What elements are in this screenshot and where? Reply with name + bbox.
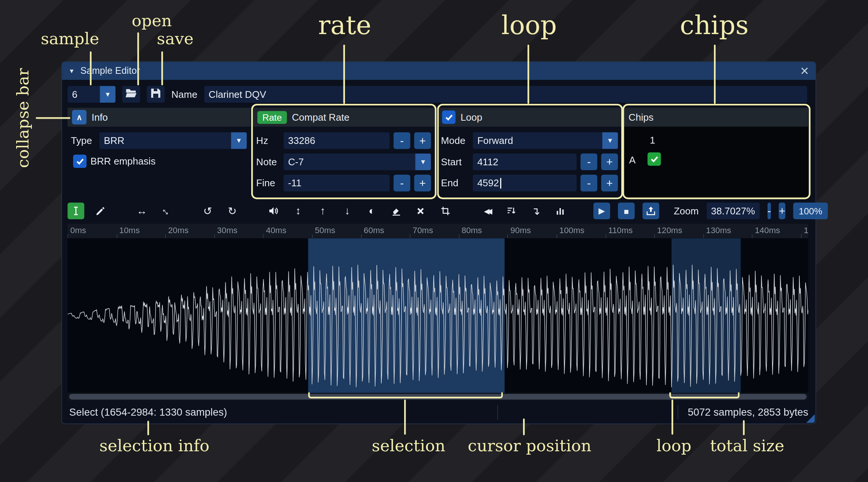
- loop-end-input[interactable]: 4592: [473, 175, 577, 192]
- play-button[interactable]: ▶: [594, 202, 610, 219]
- loop-start-minus-button[interactable]: -: [580, 153, 597, 170]
- annotation-line: [90, 51, 91, 85]
- info-header-bar[interactable]: ∧ Info: [67, 108, 250, 127]
- fine-input[interactable]: -11: [283, 175, 390, 192]
- brr-emphasis-label: BRR emphasis: [90, 156, 156, 167]
- rate-tag[interactable]: Rate: [257, 111, 287, 124]
- ruler-label: 50ms: [315, 225, 336, 235]
- sample-editor-window: ▼ Sample Editor × 6 ▼ Name Clarinet DQV: [61, 61, 816, 424]
- sample-toolbar: ↔ ↔ ↺ ↻ ↕ ↑ ↓ ◐ + ◀◀ ↴: [67, 201, 808, 220]
- delete-button[interactable]: +: [412, 202, 429, 219]
- zoom-input[interactable]: 38.7027%: [706, 202, 759, 219]
- selection-info-text: Select (1654-2984: 1330 samples): [69, 406, 227, 419]
- chips-header: Chips: [628, 111, 654, 123]
- titlebar[interactable]: ▼ Sample Editor ×: [62, 62, 816, 80]
- upload-icon: [645, 205, 657, 217]
- chart-button[interactable]: [552, 202, 569, 219]
- turn-down-button[interactable]: ↴: [528, 202, 544, 219]
- hz-label: Hz: [256, 135, 280, 147]
- silence-button[interactable]: [388, 202, 405, 219]
- zoom-plus-button[interactable]: +: [779, 202, 785, 219]
- ruler-tick: [214, 234, 214, 238]
- annotation-sample: sample: [41, 29, 99, 48]
- zoom-minus-button[interactable]: -: [767, 202, 771, 219]
- annotation-loop-bottom: loop: [657, 436, 691, 455]
- loop-start-plus-button[interactable]: +: [601, 153, 618, 170]
- draw-pencil-button[interactable]: [92, 202, 109, 219]
- fine-label: Fine: [256, 177, 280, 189]
- pencil-icon: [95, 205, 106, 217]
- export-button[interactable]: [643, 202, 660, 219]
- loop-end-plus-button[interactable]: +: [601, 175, 618, 192]
- ruler-tick: [67, 234, 68, 238]
- sample-number-dropdown[interactable]: 6 ▼: [67, 86, 115, 103]
- name-input[interactable]: Clarinet DQV: [204, 86, 807, 103]
- vertical-arrows-icon: ↕: [295, 205, 301, 217]
- loop-end-minus-button[interactable]: -: [580, 175, 597, 192]
- hz-minus-button[interactable]: -: [394, 132, 411, 149]
- loop-start-label: Start: [441, 156, 469, 168]
- ruler-label: 80ms: [462, 225, 482, 235]
- chart-bars-icon: [555, 205, 566, 217]
- loop-mode-dropdown[interactable]: Forward ▼: [473, 132, 618, 149]
- trim-button[interactable]: [437, 202, 454, 219]
- open-button[interactable]: [122, 86, 140, 103]
- close-icon[interactable]: ×: [801, 65, 809, 76]
- top-row: 6 ▼ Name Clarinet DQV: [67, 85, 807, 103]
- annotation-line: [672, 400, 673, 435]
- loop-start-input[interactable]: 4112: [473, 153, 577, 170]
- ruler-tick: [703, 234, 704, 238]
- fine-minus-button[interactable]: -: [394, 175, 411, 192]
- sort-descending-icon: [506, 205, 517, 217]
- annotation-line: [714, 45, 715, 104]
- waveform-view[interactable]: [67, 238, 808, 393]
- annotation-selection-info: selection info: [99, 436, 210, 455]
- chips-row-label: A: [629, 154, 636, 166]
- collapse-bar-button[interactable]: ∧: [72, 110, 87, 124]
- type-label: Type: [71, 135, 96, 147]
- stop-button[interactable]: ■: [618, 202, 635, 219]
- redo-button[interactable]: ↻: [224, 202, 241, 219]
- annotation-rate: rate: [318, 10, 372, 40]
- ruler-label: 100ms: [559, 225, 585, 235]
- undo-button[interactable]: ↺: [199, 202, 216, 219]
- fade-button[interactable]: ↓: [339, 202, 356, 219]
- annotation-line: [137, 32, 139, 85]
- invert-button[interactable]: ◐: [363, 202, 380, 219]
- preview-button[interactable]: [265, 202, 282, 219]
- normalize-button[interactable]: ↑: [314, 202, 331, 219]
- zoom-reset-button[interactable]: 100%: [793, 202, 828, 219]
- loop-checkbox[interactable]: [442, 111, 456, 124]
- amplify-button[interactable]: ↕: [290, 202, 307, 219]
- select-cursor-button[interactable]: [67, 202, 84, 219]
- fine-plus-button[interactable]: +: [414, 175, 431, 192]
- ibeam-cursor-icon: [70, 205, 82, 217]
- half-circle-icon: ◐: [369, 205, 375, 217]
- save-button[interactable]: [147, 86, 165, 103]
- eraser-icon: [391, 205, 402, 217]
- diagonal-arrows-icon: ↔: [158, 203, 174, 219]
- resize-grip[interactable]: [806, 414, 815, 423]
- rewind-button[interactable]: ◀◀: [478, 202, 495, 219]
- ruler-tick: [263, 234, 264, 238]
- info-header: Info: [91, 111, 108, 123]
- hz-input[interactable]: 33286: [283, 132, 390, 149]
- sample-number-value: 6: [67, 88, 100, 100]
- name-value: Clarinet DQV: [208, 88, 266, 100]
- resample-button[interactable]: ↔: [158, 202, 175, 219]
- name-label: Name: [171, 88, 198, 100]
- brr-emphasis-checkbox[interactable]: [73, 154, 87, 168]
- ruler-tick: [312, 234, 312, 238]
- window-collapse-icon[interactable]: ▼: [69, 67, 75, 74]
- type-dropdown[interactable]: BRR ▼: [99, 132, 247, 149]
- loop-end-value: 4592: [477, 177, 499, 189]
- note-dropdown[interactable]: C-7 ▼: [283, 153, 431, 170]
- ruler-tick: [117, 234, 117, 238]
- sort-button[interactable]: [503, 202, 520, 219]
- selection-bracket: [308, 392, 503, 398]
- time-ruler[interactable]: 0ms10ms20ms30ms40ms50ms60ms70ms80ms90ms1…: [67, 224, 808, 238]
- chip-enable-checkbox[interactable]: [648, 152, 661, 166]
- hz-plus-button[interactable]: +: [414, 132, 431, 149]
- ruler-label: 90ms: [510, 225, 531, 235]
- resize-button[interactable]: ↔: [133, 202, 150, 219]
